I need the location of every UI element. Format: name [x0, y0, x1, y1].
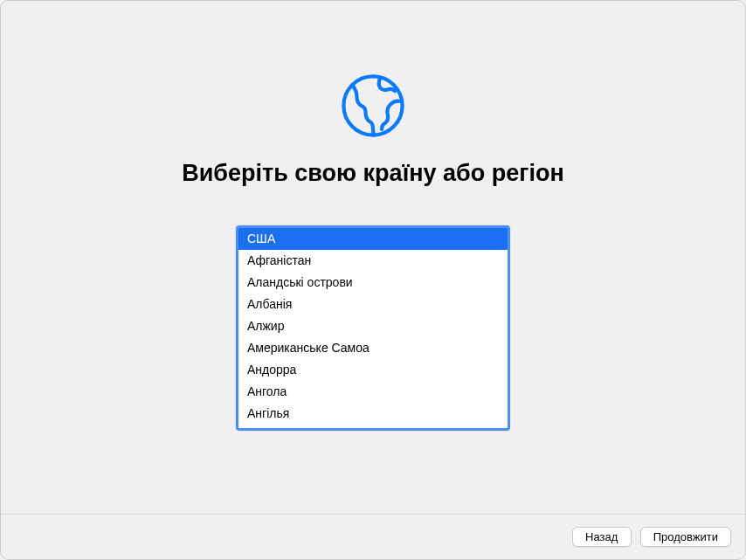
country-list-item[interactable]: Антарктида [238, 425, 508, 431]
footer-bar: Назад Продовжити [1, 514, 745, 559]
country-list-item[interactable]: Ангілья [238, 403, 508, 425]
country-list-item[interactable]: Аландські острови [238, 272, 508, 294]
country-list-item[interactable]: Афганістан [238, 250, 508, 272]
country-list-item[interactable]: Алжир [238, 315, 508, 337]
setup-window: Виберіть свою країну або регіон СШААфган… [0, 0, 746, 560]
back-button[interactable]: Назад [572, 527, 632, 547]
country-list-item[interactable]: Андорра [238, 359, 508, 381]
country-list-item[interactable]: Албанія [238, 294, 508, 315]
country-list[interactable]: СШААфганістанАландські островиАлбаніяАлж… [236, 225, 510, 431]
country-list-item[interactable]: США [238, 228, 508, 250]
globe-icon [336, 69, 410, 142]
continue-button[interactable]: Продовжити [640, 527, 731, 547]
country-list-item[interactable]: Ангола [238, 381, 508, 403]
country-list-item[interactable]: Американське Самоа [238, 337, 508, 359]
page-title: Виберіть свою країну або регіон [182, 160, 564, 187]
